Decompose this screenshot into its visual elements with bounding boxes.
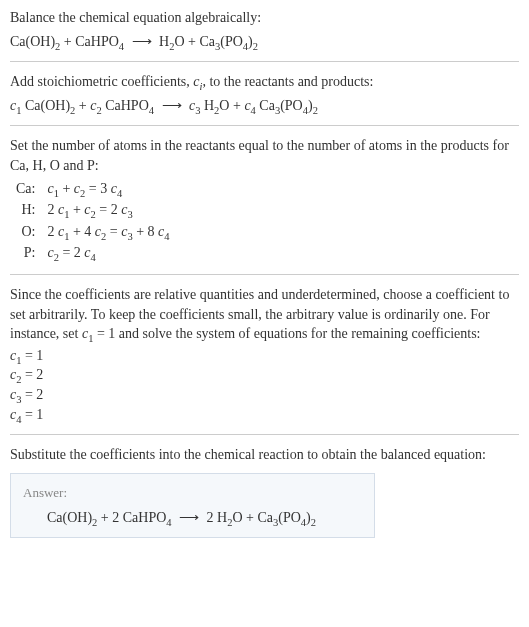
step3-block: Since the coefficients are relative quan… xyxy=(10,285,519,424)
text: , to the reactants and products: xyxy=(202,74,373,89)
c4-sub: 4 xyxy=(251,105,256,116)
arrow-icon: ⟶ xyxy=(162,98,182,113)
product-2: Ca xyxy=(259,98,275,113)
product-2: Ca xyxy=(257,510,273,525)
result-row: c1 = 1 xyxy=(10,346,519,366)
coeff-equation: c1 Ca(OH)2 + c2 CaHPO4 ⟶ c3 H2O + c4 Ca3… xyxy=(10,96,519,116)
plus: + xyxy=(229,98,244,113)
product-1: H xyxy=(204,98,214,113)
step1-block: Add stoichiometric coefficients, ci, to … xyxy=(10,72,519,115)
element-label: P: xyxy=(10,242,41,264)
c1-sub: 1 xyxy=(16,105,21,116)
c3-sub: 3 xyxy=(195,105,200,116)
atom-table: Ca: c1 + c2 = 3 c4 H: 2 c1 + c2 = 2 c3 O… xyxy=(10,178,176,264)
product-2b: (PO xyxy=(280,98,303,113)
plus: + xyxy=(60,34,75,49)
plus: + xyxy=(75,98,90,113)
step2-block: Set the number of atoms in the reactants… xyxy=(10,136,519,264)
answer-box: Answer: Ca(OH)2 + 2 CaHPO4 ⟶ 2 H2O + Ca3… xyxy=(10,473,375,539)
equation-cell: 2 c1 + 4 c2 = c3 + 8 c4 xyxy=(41,221,175,243)
equation-cell: 2 c1 + c2 = 2 c3 xyxy=(41,199,175,221)
product-1b: O xyxy=(219,98,229,113)
arrow-icon: ⟶ xyxy=(179,510,199,525)
divider xyxy=(10,434,519,435)
result-row: c4 = 1 xyxy=(10,405,519,425)
product-1: H xyxy=(159,34,169,49)
c2-sub: 2 xyxy=(96,105,101,116)
step4-text: Substitute the coefficients into the che… xyxy=(10,445,519,465)
product-2c-sub: 2 xyxy=(253,40,258,51)
equation-cell: c1 + c2 = 3 c4 xyxy=(41,178,175,200)
reactant-1: Ca(OH) xyxy=(10,34,55,49)
product-2: Ca xyxy=(199,34,215,49)
table-row: P: c2 = 2 c4 xyxy=(10,242,176,264)
reactant-2-sub: 4 xyxy=(149,105,154,116)
step2-text: Set the number of atoms in the reactants… xyxy=(10,136,519,175)
reactant-1: Ca(OH) xyxy=(25,98,70,113)
element-label: Ca: xyxy=(10,178,41,200)
arrow-icon: ⟶ xyxy=(132,34,152,49)
step3-text: Since the coefficients are relative quan… xyxy=(10,285,519,344)
answer-label: Answer: xyxy=(23,484,362,502)
reactant-2: CaHPO xyxy=(105,98,149,113)
coeff-results: c1 = 1 c2 = 2 c3 = 2 c4 = 1 xyxy=(10,346,519,424)
divider xyxy=(10,274,519,275)
reactant-2: CaHPO xyxy=(123,510,167,525)
reactant-1: Ca(OH) xyxy=(47,510,92,525)
divider xyxy=(10,61,519,62)
instruction-text: Balance the chemical equation algebraica… xyxy=(10,8,519,28)
product-2b: (PO xyxy=(220,34,243,49)
table-row: O: 2 c1 + 4 c2 = c3 + 8 c4 xyxy=(10,221,176,243)
table-row: Ca: c1 + c2 = 3 c4 xyxy=(10,178,176,200)
result-row: c2 = 2 xyxy=(10,365,519,385)
element-label: O: xyxy=(10,221,41,243)
plus: + xyxy=(185,34,200,49)
reactant-2: CaHPO xyxy=(75,34,119,49)
element-label: H: xyxy=(10,199,41,221)
step4-block: Substitute the coefficients into the che… xyxy=(10,445,519,465)
product-1: H xyxy=(217,510,227,525)
step1-text: Add stoichiometric coefficients, ci, to … xyxy=(10,72,519,92)
divider xyxy=(10,125,519,126)
reactant-2-sub: 4 xyxy=(119,40,124,51)
text: Add stoichiometric coefficients, xyxy=(10,74,193,89)
header-block: Balance the chemical equation algebraica… xyxy=(10,8,519,51)
product-2c-sub: 2 xyxy=(313,105,318,116)
unbalanced-equation: Ca(OH)2 + CaHPO4 ⟶ H2O + Ca3(PO4)2 xyxy=(10,32,519,52)
balanced-equation: Ca(OH)2 + 2 CaHPO4 ⟶ 2 H2O + Ca3(PO4)2 xyxy=(23,508,362,528)
text: = 1 and solve the system of equations fo… xyxy=(93,326,480,341)
table-row: H: 2 c1 + c2 = 2 c3 xyxy=(10,199,176,221)
equation-cell: c2 = 2 c4 xyxy=(41,242,175,264)
result-row: c3 = 2 xyxy=(10,385,519,405)
product-1b: O xyxy=(174,34,184,49)
